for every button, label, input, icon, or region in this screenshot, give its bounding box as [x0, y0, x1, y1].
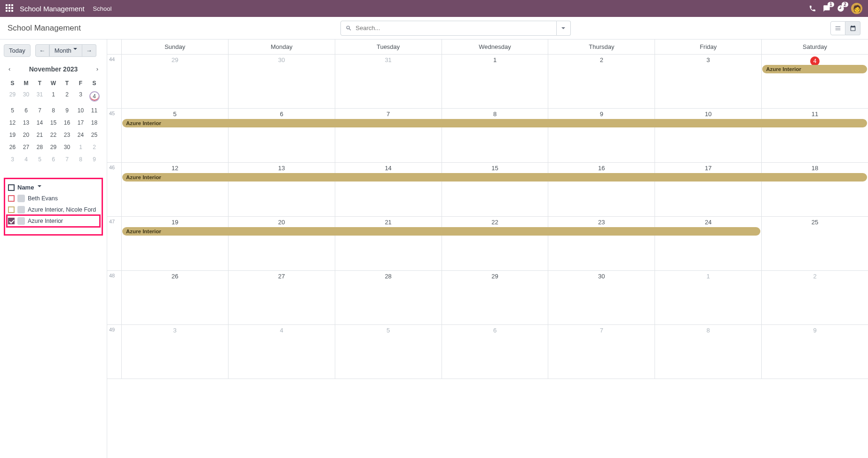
mini-day[interactable]: 21	[33, 129, 47, 141]
day-cell[interactable]: 7	[335, 109, 442, 162]
list-view-button[interactable]	[830, 21, 845, 35]
mini-day[interactable]: 26	[6, 141, 19, 153]
day-cell[interactable]: 8	[442, 109, 548, 162]
search-dropdown[interactable]	[557, 21, 571, 36]
filter-head[interactable]: Name	[7, 182, 100, 193]
day-cell[interactable]: 6	[228, 109, 335, 162]
mini-day[interactable]: 23	[60, 129, 74, 141]
day-cell[interactable]: 6	[442, 325, 548, 379]
avatar[interactable]: 🧑	[851, 3, 862, 14]
mini-day[interactable]: 18	[87, 117, 101, 129]
filter-checkbox[interactable]	[8, 218, 15, 224]
day-cell[interactable]: 27	[228, 271, 335, 324]
mini-day[interactable]: 31	[33, 88, 47, 104]
mini-day[interactable]: 10	[74, 104, 87, 117]
phone-icon[interactable]	[809, 5, 816, 12]
event-bar[interactable]: Azure Interior	[122, 119, 867, 127]
day-cell[interactable]: 25	[761, 217, 868, 270]
messages-icon[interactable]: 1	[823, 5, 830, 12]
day-cell[interactable]: 4	[761, 55, 868, 108]
filter-checkbox[interactable]	[8, 195, 15, 202]
mini-next[interactable]: ›	[94, 63, 101, 74]
day-cell[interactable]: 13	[228, 163, 335, 216]
mini-day[interactable]: 24	[74, 129, 87, 141]
mini-day[interactable]: 30	[19, 88, 33, 104]
mini-day[interactable]: 1	[47, 88, 60, 104]
day-cell[interactable]: 3	[121, 325, 228, 379]
mini-day[interactable]: 8	[74, 153, 87, 166]
prev-button[interactable]: ←	[35, 44, 49, 57]
mini-day[interactable]: 6	[47, 153, 60, 166]
day-cell[interactable]: 1	[655, 271, 761, 324]
mini-day[interactable]: 3	[6, 153, 19, 166]
event-bar[interactable]: Azure Interior	[122, 227, 760, 236]
event-bar[interactable]: Azure Interior	[762, 65, 867, 73]
day-cell[interactable]: 23	[548, 217, 655, 270]
mini-day[interactable]: 19	[6, 129, 19, 141]
day-cell[interactable]: 1	[442, 55, 548, 108]
search-input[interactable]	[355, 24, 552, 32]
mini-day[interactable]: 20	[19, 129, 33, 141]
day-cell[interactable]: 14	[335, 163, 442, 216]
mini-day[interactable]: 2	[87, 141, 101, 153]
day-cell[interactable]: 12	[121, 163, 228, 216]
mini-day[interactable]: 25	[87, 129, 101, 141]
day-cell[interactable]: 26	[121, 271, 228, 324]
day-cell[interactable]: 3	[655, 55, 761, 108]
mini-day[interactable]: 30	[60, 141, 74, 153]
mini-day[interactable]: 8	[47, 104, 60, 117]
apps-icon[interactable]	[6, 4, 14, 13]
day-cell[interactable]: 21	[335, 217, 442, 270]
day-cell[interactable]: 9	[548, 109, 655, 162]
mini-day[interactable]: 29	[47, 141, 60, 153]
day-cell[interactable]: 30	[228, 55, 335, 108]
mini-day[interactable]: 5	[6, 104, 19, 117]
day-cell[interactable]: 2	[761, 271, 868, 324]
mini-day[interactable]: 4	[19, 153, 33, 166]
filter-all-checkbox[interactable]	[8, 184, 15, 191]
mini-day[interactable]: 12	[6, 117, 19, 129]
day-cell[interactable]: 20	[228, 217, 335, 270]
day-cell[interactable]: 29	[121, 55, 228, 108]
day-cell[interactable]: 11	[761, 109, 868, 162]
calendar-view-button[interactable]	[845, 21, 860, 35]
day-cell[interactable]: 15	[442, 163, 548, 216]
filter-item[interactable]: Azure Interior, Nicole Ford	[7, 204, 100, 215]
mini-day[interactable]: 11	[87, 104, 101, 117]
mini-day[interactable]: 9	[60, 104, 74, 117]
day-cell[interactable]: 2	[548, 55, 655, 108]
mini-day[interactable]: 16	[60, 117, 74, 129]
day-cell[interactable]: 31	[335, 55, 442, 108]
day-cell[interactable]: 5	[121, 109, 228, 162]
mini-prev[interactable]: ‹	[6, 63, 13, 74]
day-cell[interactable]: 9	[761, 325, 868, 379]
day-cell[interactable]: 29	[442, 271, 548, 324]
day-cell[interactable]: 19	[121, 217, 228, 270]
range-button[interactable]: Month	[49, 44, 82, 57]
mini-day[interactable]: 22	[47, 129, 60, 141]
mini-day[interactable]: 17	[74, 117, 87, 129]
mini-day[interactable]: 7	[33, 104, 47, 117]
day-cell[interactable]: 8	[655, 325, 761, 379]
day-cell[interactable]: 5	[335, 325, 442, 379]
mini-day[interactable]: 5	[33, 153, 47, 166]
next-button[interactable]: →	[82, 44, 96, 57]
mini-day[interactable]: 7	[60, 153, 74, 166]
day-cell[interactable]: 30	[548, 271, 655, 324]
day-cell[interactable]: 4	[228, 325, 335, 379]
day-cell[interactable]: 24	[655, 217, 761, 270]
mini-day[interactable]: 4	[87, 88, 101, 104]
day-cell[interactable]: 18	[761, 163, 868, 216]
filter-item[interactable]: Azure Interior	[7, 215, 100, 227]
search-box[interactable]	[340, 21, 557, 36]
activity-icon[interactable]: 2	[837, 5, 844, 12]
mini-day[interactable]: 2	[60, 88, 74, 104]
mini-day[interactable]: 15	[47, 117, 60, 129]
day-cell[interactable]: 28	[335, 271, 442, 324]
filter-checkbox[interactable]	[8, 206, 15, 213]
event-bar[interactable]: Azure Interior	[122, 173, 867, 182]
day-cell[interactable]: 7	[548, 325, 655, 379]
mini-day[interactable]: 9	[87, 153, 101, 166]
day-cell[interactable]: 16	[548, 163, 655, 216]
day-cell[interactable]: 10	[655, 109, 761, 162]
